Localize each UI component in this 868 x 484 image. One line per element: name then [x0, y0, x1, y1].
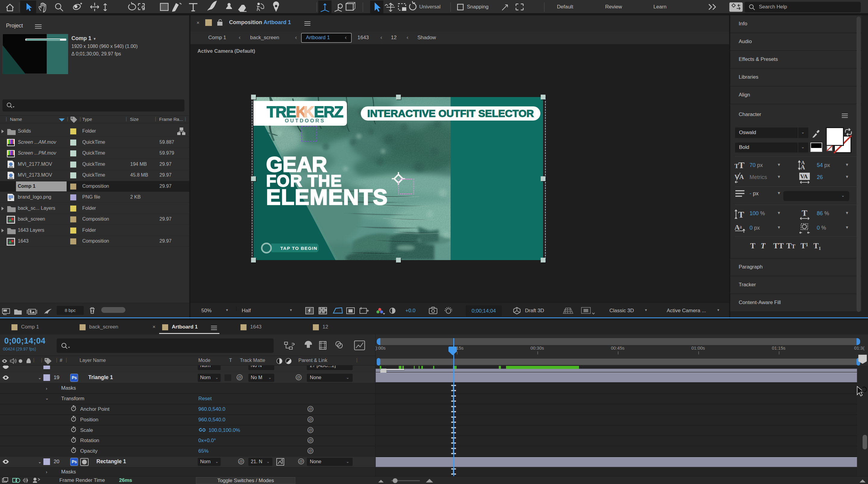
svg-text:T: T: [738, 209, 744, 219]
svg-text:A: A: [735, 223, 740, 231]
svg-text:a: a: [740, 224, 742, 230]
svg-text:A: A: [801, 164, 805, 171]
svg-text:VA: VA: [800, 173, 808, 180]
svg-text:T: T: [738, 160, 744, 170]
svg-text:T: T: [735, 162, 739, 170]
svg-text:T: T: [802, 208, 807, 218]
svg-text:A: A: [739, 173, 744, 181]
